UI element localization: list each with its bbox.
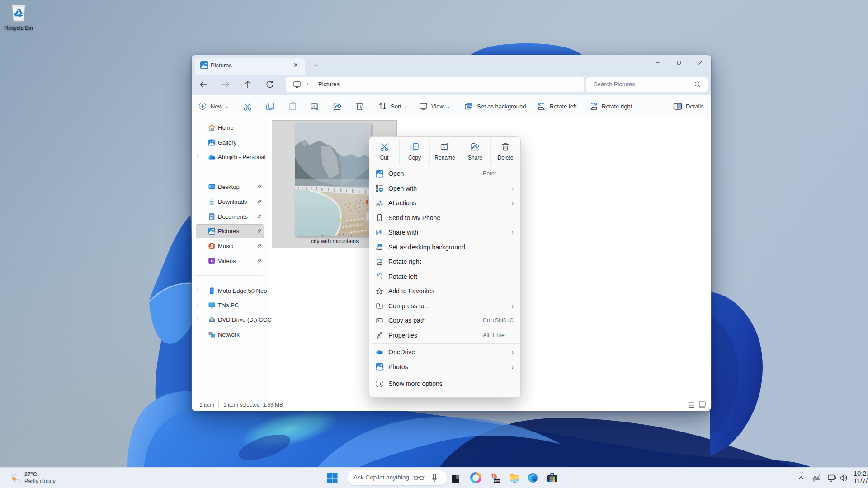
svg-text:A: A	[312, 104, 315, 109]
svg-text:A: A	[442, 145, 445, 149]
svg-text:M365: M365	[494, 480, 500, 483]
